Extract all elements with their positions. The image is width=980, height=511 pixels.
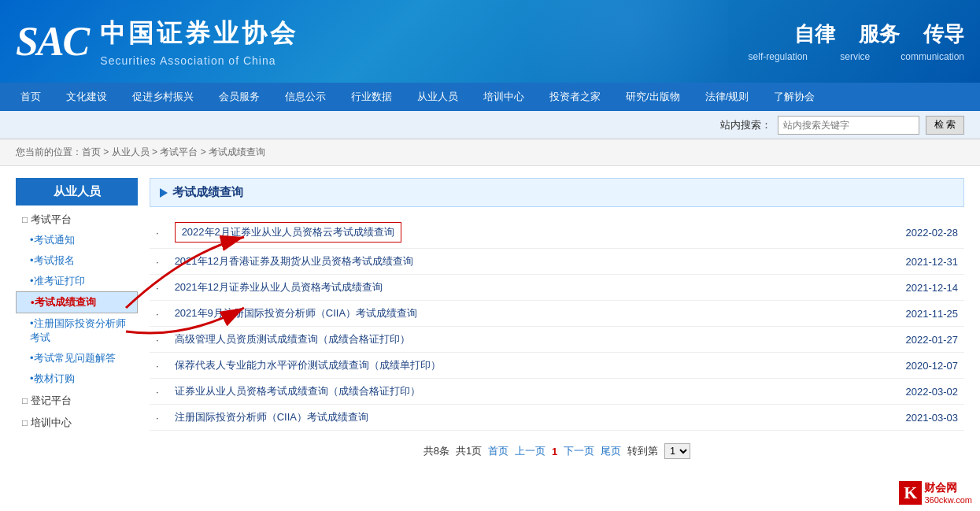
header-right: 自律 服务 传导 self-regulation service communi…: [746, 20, 964, 62]
list-bullet-cell: ·: [150, 275, 168, 301]
slogan-cn-3: 传导: [923, 20, 964, 48]
list-bullet-cell: ·: [150, 379, 168, 405]
list-link-cell: 保荐代表人专业能力水平评价测试成绩查询（成绩单打印）: [168, 353, 814, 379]
list-item-link-6[interactable]: 保荐代表人专业能力水平评价测试成绩查询（成绩单打印）: [175, 359, 441, 371]
pagination-page-select[interactable]: 1: [664, 443, 690, 459]
sidebar-section-register: □ 登记平台: [16, 391, 138, 411]
nav-training[interactable]: 培训中心: [471, 83, 537, 111]
table-row: · 保荐代表人专业能力水平评价测试成绩查询（成绩单打印） 2020-12-07: [150, 353, 964, 379]
header: SAC 中国证券业协会 Securities Association of Ch…: [0, 0, 980, 83]
content-list: · 2022年2月证券业从业人员资格云考试成绩查询 2022-02-28 · 2…: [150, 217, 964, 431]
slogan-en-3: communication: [900, 51, 964, 62]
nav-industry[interactable]: 行业数据: [338, 83, 405, 111]
nav-practitioners[interactable]: 从业人员: [405, 83, 471, 111]
list-link-cell: 证券业从业人员资格考试成绩查询（成绩合格证打印）: [168, 379, 814, 405]
search-label: 站内搜索：: [720, 118, 771, 132]
list-link-cell: 2022年2月证券业从业人员资格云考试成绩查询: [168, 217, 814, 249]
sac-logo: SAC: [16, 18, 88, 65]
nav-info[interactable]: 信息公示: [272, 83, 338, 111]
list-bullet-cell: ·: [150, 301, 168, 327]
search-input[interactable]: [778, 116, 919, 135]
nav-about[interactable]: 了解协会: [761, 83, 827, 111]
nav-member[interactable]: 会员服务: [206, 83, 272, 111]
slogan-cn-1: 自律: [794, 20, 835, 48]
sidebar-section-training-label: 培训中心: [31, 416, 72, 430]
pagination-prev[interactable]: 上一页: [515, 444, 545, 458]
sidebar-section-register-header[interactable]: □ 登记平台: [16, 391, 138, 411]
sidebar-item-exam-score[interactable]: •考试成绩查询: [16, 291, 138, 313]
breadcrumb: 您当前的位置：首页 > 从业人员 > 考试平台 > 考试成绩查询: [0, 139, 980, 166]
sidebar-item-exam-faq[interactable]: •考试常见问题解答: [16, 348, 138, 368]
nav-law[interactable]: 法律/规则: [693, 83, 762, 111]
list-item-link-1[interactable]: 2022年2月证券业从业人员资格云考试成绩查询: [175, 222, 401, 243]
list-link-cell: 2021年12月证券业从业人员资格考试成绩查询: [168, 275, 814, 301]
list-bullet-cell: ·: [150, 217, 168, 249]
sidebar-item-exam-ciia[interactable]: •注册国际投资分析师考试: [16, 313, 138, 348]
nav-rural[interactable]: 促进乡村振兴: [120, 83, 206, 111]
list-date-4: 2021-11-25: [814, 301, 964, 327]
list-item-link-7[interactable]: 证券业从业人员资格考试成绩查询（成绩合格证打印）: [175, 385, 420, 397]
slogan-en-2: service: [823, 51, 886, 62]
watermark-k: K: [899, 481, 922, 505]
list-bullet-cell: ·: [150, 353, 168, 379]
minus-icon-2: □: [22, 395, 28, 406]
slogan-en-1: self-regulation: [746, 51, 809, 62]
table-row: · 注册国际投资分析师（CIIA）考试成绩查询 2021-03-03: [150, 405, 964, 431]
list-link-cell: 2021年9月注册国际投资分析师（CIIA）考试成绩查询: [168, 301, 814, 327]
search-button[interactable]: 检 索: [926, 116, 964, 135]
list-date-6: 2020-12-07: [814, 353, 964, 379]
breadcrumb-text: 您当前的位置：首页 > 从业人员 > 考试平台 > 考试成绩查询: [16, 146, 265, 157]
sidebar-section-training: □ 培训中心: [16, 413, 138, 433]
list-date-5: 2022-01-27: [814, 327, 964, 353]
content-title: 考试成绩查询: [172, 185, 243, 200]
sidebar-section-register-label: 登记平台: [31, 394, 72, 408]
header-title-cn: 中国证券业协会: [100, 17, 298, 51]
table-row: · 高级管理人员资质测试成绩查询（成绩合格证打印） 2022-01-27: [150, 327, 964, 353]
sidebar-item-exam-register[interactable]: •考试报名: [16, 250, 138, 271]
list-item-link-5[interactable]: 高级管理人员资质测试成绩查询（成绩合格证打印）: [175, 333, 410, 345]
sidebar: 从业人员 □ 考试平台 •考试通知 •考试报名 •准考证打印 •考试成绩查询 •…: [16, 178, 138, 493]
list-date-7: 2022-03-02: [814, 379, 964, 405]
minus-icon: □: [22, 214, 28, 225]
header-left: SAC 中国证券业协会 Securities Association of Ch…: [16, 17, 298, 67]
nav-home[interactable]: 首页: [8, 83, 54, 111]
list-item-link-4[interactable]: 2021年9月注册国际投资分析师（CIIA）考试成绩查询: [175, 307, 417, 319]
list-date-3: 2021-12-14: [814, 275, 964, 301]
title-triangle-icon: [160, 188, 168, 198]
search-bar: 站内搜索： 检 索: [0, 111, 980, 139]
table-row: · 2021年12月证券业从业人员资格考试成绩查询 2021-12-14: [150, 275, 964, 301]
pagination-next[interactable]: 下一页: [564, 444, 594, 458]
sidebar-section-exam-header[interactable]: □ 考试平台: [16, 209, 138, 230]
sidebar-section-exam-label: 考试平台: [31, 213, 72, 227]
content-area: 考试成绩查询 · 2022年2月证券业从业人员资格云考试成绩查询 2022-02…: [150, 178, 964, 493]
main-layout: 从业人员 □ 考试平台 •考试通知 •考试报名 •准考证打印 •考试成绩查询 •…: [0, 166, 980, 505]
pagination-last[interactable]: 尾页: [601, 444, 621, 458]
header-slogans-cn: 自律 服务 传导: [794, 20, 964, 48]
pagination-total-pages: 共1页: [456, 444, 482, 458]
list-item-link-8[interactable]: 注册国际投资分析师（CIIA）考试成绩查询: [175, 411, 368, 423]
table-row: · 2021年12月香港证券及期货从业员资格考试成绩查询 2021-12-31: [150, 249, 964, 275]
list-bullet-cell: ·: [150, 249, 168, 275]
content-title-bar: 考试成绩查询: [150, 178, 964, 207]
list-date-2: 2021-12-31: [814, 249, 964, 275]
nav-culture[interactable]: 文化建设: [54, 83, 120, 111]
watermark-text: 财会网 360ckw.com: [924, 481, 972, 505]
list-item-link-3[interactable]: 2021年12月证券业从业人员资格考试成绩查询: [175, 281, 383, 293]
header-title-block: 中国证券业协会 Securities Association of China: [100, 17, 298, 67]
pagination: 共8条 共1页 首页 上一页 1 下一页 尾页 转到第 1: [150, 443, 964, 459]
list-bullet-cell: ·: [150, 327, 168, 353]
nav-bar: 首页 文化建设 促进乡村振兴 会员服务 信息公示 行业数据 从业人员 培训中心 …: [0, 83, 980, 111]
sidebar-title: 从业人员: [16, 178, 138, 206]
table-row: · 2021年9月注册国际投资分析师（CIIA）考试成绩查询 2021-11-2…: [150, 301, 964, 327]
sidebar-section-training-header[interactable]: □ 培训中心: [16, 413, 138, 433]
list-link-cell: 2021年12月香港证券及期货从业员资格考试成绩查询: [168, 249, 814, 275]
nav-investor[interactable]: 投资者之家: [537, 83, 613, 111]
sidebar-item-exam-admit[interactable]: •准考证打印: [16, 271, 138, 291]
nav-research[interactable]: 研究/出版物: [613, 83, 693, 111]
list-link-cell: 高级管理人员资质测试成绩查询（成绩合格证打印）: [168, 327, 814, 353]
sidebar-item-exam-material[interactable]: •教材订购: [16, 368, 138, 389]
list-item-link-2[interactable]: 2021年12月香港证券及期货从业员资格考试成绩查询: [175, 255, 413, 267]
sidebar-item-exam-notice[interactable]: •考试通知: [16, 230, 138, 250]
sidebar-section-exam: □ 考试平台 •考试通知 •考试报名 •准考证打印 •考试成绩查询 •注册国际投…: [16, 209, 138, 389]
pagination-first[interactable]: 首页: [488, 444, 508, 458]
